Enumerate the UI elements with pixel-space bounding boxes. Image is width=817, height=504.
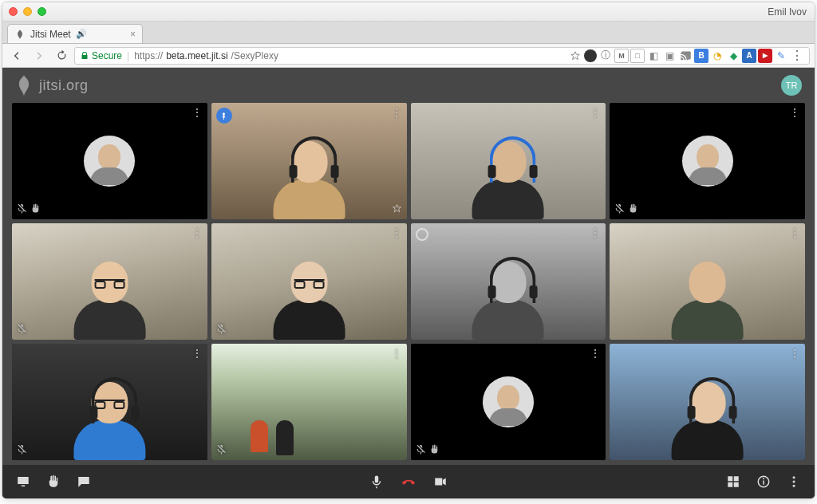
chat-button[interactable] bbox=[74, 472, 93, 491]
extension-icon[interactable]: ✎ bbox=[774, 49, 788, 63]
more-actions-button[interactable] bbox=[784, 472, 803, 491]
tile-menu-button[interactable]: ⋮ bbox=[191, 347, 203, 360]
mic-toggle-button[interactable] bbox=[367, 472, 386, 491]
fullscreen-window-button[interactable] bbox=[37, 7, 46, 16]
svg-point-8 bbox=[793, 481, 795, 483]
tile-menu-button[interactable]: ⋮ bbox=[191, 106, 203, 119]
mic-muted-icon bbox=[216, 444, 227, 457]
url-scheme: https:// bbox=[134, 50, 163, 61]
tile-status-icons bbox=[216, 444, 227, 457]
browser-tab[interactable]: Jitsi Meet 🔊 × bbox=[7, 24, 143, 43]
extension-icon[interactable]: ◆ bbox=[726, 49, 740, 63]
logo-text: jitsi.org bbox=[39, 77, 89, 94]
screen-share-button[interactable] bbox=[14, 472, 33, 491]
participant-tile[interactable]: ⋮ bbox=[12, 103, 207, 219]
tab-audio-icon[interactable]: 🔊 bbox=[76, 29, 87, 39]
tile-status-icons bbox=[17, 203, 41, 216]
extension-icon[interactable]: M bbox=[614, 49, 629, 63]
svg-point-6 bbox=[763, 478, 764, 479]
info-button[interactable] bbox=[754, 472, 773, 491]
extension-icon[interactable]: A bbox=[742, 49, 756, 63]
tile-status-icons bbox=[17, 444, 27, 457]
local-user-avatar[interactable]: TR bbox=[781, 75, 802, 96]
tile-menu-button[interactable]: ⋮ bbox=[590, 226, 601, 239]
tile-menu-button[interactable]: ⋮ bbox=[789, 226, 800, 239]
tab-close-button[interactable]: × bbox=[130, 29, 136, 40]
bookmark-star-button[interactable] bbox=[568, 49, 582, 63]
raised-hand-icon bbox=[429, 444, 440, 457]
address-bar[interactable]: Secure | https://beta.meet.jit.si/SexyPl… bbox=[74, 47, 810, 65]
extension-icon[interactable]: ◧ bbox=[646, 49, 661, 63]
participant-tile[interactable]: ⋮ bbox=[411, 223, 606, 340]
participant-tile[interactable]: ⋮ bbox=[211, 344, 407, 460]
tile-menu-button[interactable]: ⋮ bbox=[789, 106, 800, 119]
tile-status-icons bbox=[17, 324, 27, 337]
svg-rect-3 bbox=[734, 482, 739, 487]
svg-rect-1 bbox=[734, 476, 739, 481]
participant-tile[interactable]: ⋮ bbox=[211, 223, 407, 340]
participant-avatar bbox=[483, 376, 534, 427]
extension-icon[interactable]: ◔ bbox=[710, 49, 724, 63]
raised-hand-icon bbox=[628, 203, 638, 216]
participant-tile[interactable]: ⋮ bbox=[610, 223, 805, 340]
extension-icon[interactable]: B bbox=[694, 49, 708, 63]
tile-menu-button[interactable]: ⋮ bbox=[391, 347, 402, 360]
cast-icon[interactable] bbox=[678, 49, 693, 63]
chrome-profile-name[interactable]: Emil Ivov bbox=[768, 6, 807, 18]
person-silhouette bbox=[649, 258, 766, 340]
video-feed bbox=[211, 344, 407, 460]
svg-point-9 bbox=[793, 485, 795, 487]
extension-icon[interactable]: ▶ bbox=[758, 49, 772, 63]
extension-icon[interactable] bbox=[584, 49, 597, 62]
camera-toggle-button[interactable] bbox=[431, 472, 450, 491]
participant-tile[interactable]: ⋮ bbox=[211, 103, 407, 219]
svg-rect-2 bbox=[728, 482, 732, 487]
mic-muted-icon bbox=[614, 203, 625, 216]
tile-view-button[interactable] bbox=[724, 472, 743, 491]
mic-muted-icon bbox=[17, 444, 27, 457]
participant-avatar bbox=[682, 136, 733, 187]
participant-tile[interactable]: ⋮ bbox=[411, 103, 606, 219]
tile-menu-button[interactable]: ⋮ bbox=[590, 106, 601, 119]
minimize-window-button[interactable] bbox=[23, 7, 32, 16]
browser-menu-button[interactable]: ⋮ bbox=[790, 49, 804, 63]
participant-avatar bbox=[84, 136, 135, 187]
svg-point-7 bbox=[793, 476, 795, 478]
tile-menu-button[interactable]: ⋮ bbox=[391, 106, 402, 119]
tile-status-icons bbox=[614, 203, 638, 216]
jitsi-app: jitsi.org TR ⋮⋮⋮⋮⋮⋮⋮⋮⋮⋮⋮⋮ bbox=[2, 68, 815, 498]
url-path: /SexyPlexy bbox=[231, 50, 278, 61]
participant-tile[interactable]: ⋮ bbox=[411, 344, 606, 460]
svg-rect-5 bbox=[763, 481, 764, 485]
browser-toolbar: Secure | https://beta.meet.jit.si/SexyPl… bbox=[2, 44, 815, 68]
tile-menu-button[interactable]: ⋮ bbox=[590, 347, 601, 360]
back-button[interactable] bbox=[7, 46, 26, 65]
toolbox-center bbox=[367, 472, 450, 491]
hangup-button[interactable] bbox=[397, 472, 420, 491]
participant-tile[interactable]: ⋮ bbox=[12, 344, 207, 460]
participant-tile[interactable]: ⋮ bbox=[610, 103, 805, 219]
url-host: beta.meet.jit.si bbox=[166, 50, 227, 61]
extension-icon[interactable]: ⓘ bbox=[598, 49, 613, 63]
person-silhouette bbox=[649, 379, 766, 460]
mic-muted-icon bbox=[17, 203, 27, 216]
tile-menu-button[interactable]: ⋮ bbox=[391, 226, 402, 239]
forward-button[interactable] bbox=[30, 46, 49, 65]
extension-icon[interactable]: □ bbox=[630, 49, 645, 63]
person-silhouette bbox=[251, 258, 368, 340]
raise-hand-button[interactable] bbox=[44, 472, 63, 491]
tile-menu-button[interactable]: ⋮ bbox=[789, 347, 800, 360]
person-silhouette bbox=[449, 138, 566, 219]
close-window-button[interactable] bbox=[9, 7, 18, 16]
jitsi-logo[interactable]: jitsi.org bbox=[15, 74, 89, 96]
tile-menu-button[interactable]: ⋮ bbox=[191, 226, 203, 239]
toolbox-left bbox=[14, 472, 93, 491]
toolbox-right bbox=[724, 472, 803, 491]
video-grid: ⋮⋮⋮⋮⋮⋮⋮⋮⋮⋮⋮⋮ bbox=[2, 103, 815, 465]
person-silhouette bbox=[449, 258, 566, 340]
participant-tile[interactable]: ⋮ bbox=[610, 344, 805, 460]
reload-button[interactable] bbox=[52, 46, 71, 65]
extension-icon[interactable]: ▣ bbox=[662, 49, 677, 63]
jitsi-favicon bbox=[14, 29, 26, 40]
participant-tile[interactable]: ⋮ bbox=[12, 223, 207, 340]
